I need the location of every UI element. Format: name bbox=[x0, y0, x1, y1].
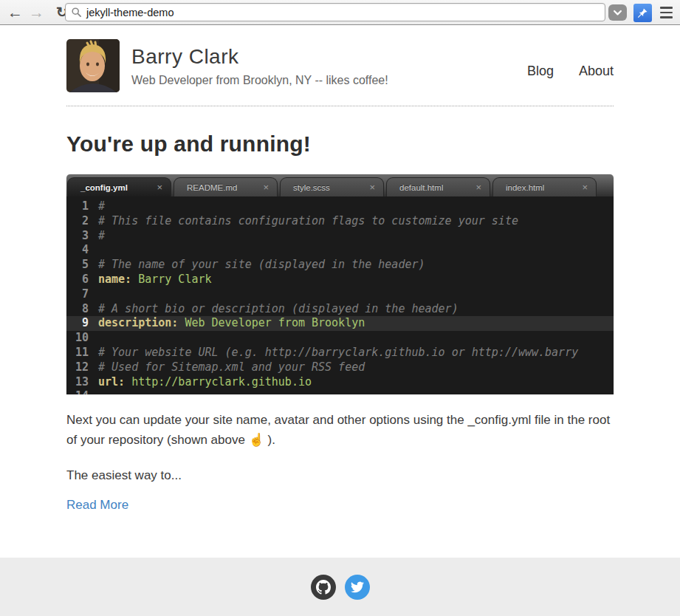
code-line: 2# This file contains configuration flag… bbox=[66, 214, 614, 229]
line-number: 9 bbox=[66, 316, 89, 331]
forward-button[interactable]: → bbox=[26, 4, 47, 20]
line-number: 13 bbox=[66, 375, 89, 390]
menu-icon[interactable] bbox=[659, 4, 674, 21]
code-line: 8# A short bio or description (displayed… bbox=[66, 302, 614, 317]
site-nav: BlogAbout bbox=[527, 64, 614, 79]
tab-close-icon[interactable]: × bbox=[582, 181, 588, 192]
url-text: jekyll-theme-demo bbox=[86, 7, 174, 18]
code-segment: # bbox=[98, 199, 105, 213]
editor-tab-index.html[interactable]: index.html× bbox=[492, 177, 597, 196]
editor-tab-default.html[interactable]: default.html× bbox=[386, 177, 490, 196]
paragraph-text: ). bbox=[264, 433, 275, 447]
nav-link-blog[interactable]: Blog bbox=[527, 64, 554, 79]
avatar-photo bbox=[66, 39, 120, 92]
line-number: 12 bbox=[66, 360, 89, 375]
code-line: 7 bbox=[66, 287, 614, 302]
read-more-link[interactable]: Read More bbox=[66, 498, 128, 513]
pocket-icon[interactable] bbox=[608, 4, 627, 21]
code-segment: Barry Clark bbox=[131, 273, 211, 286]
editor-tab-README.md[interactable]: README.md× bbox=[174, 177, 278, 196]
pushpin-icon bbox=[636, 7, 649, 19]
tab-label: style.scss bbox=[281, 183, 330, 192]
code-segment: # A short bio or description (displayed … bbox=[98, 302, 459, 315]
code-segment: # This file contains configuration flags… bbox=[98, 214, 518, 227]
site-header: Barry Clark Web Developer from Brooklyn,… bbox=[66, 25, 614, 106]
code-segment: description: bbox=[98, 316, 178, 329]
line-number: 11 bbox=[66, 346, 89, 360]
search-icon bbox=[72, 7, 81, 17]
code-segment: # bbox=[98, 229, 105, 242]
code-line: 13url: http://barryclark.github.io bbox=[66, 375, 614, 390]
tab-label: README.md bbox=[174, 183, 237, 192]
site-info: Barry Clark Web Developer from Brooklyn,… bbox=[131, 45, 527, 87]
url-bar[interactable]: jekyll-theme-demo bbox=[65, 3, 605, 21]
tab-close-icon[interactable]: × bbox=[475, 181, 481, 192]
chevron-down-icon bbox=[612, 7, 623, 18]
post-title: You're up and running! bbox=[66, 131, 614, 157]
code-line: 1# bbox=[66, 199, 614, 214]
line-number: 10 bbox=[66, 331, 89, 346]
code-line: 9description: Web Developer from Brookly… bbox=[66, 316, 614, 331]
code-line: 3# bbox=[66, 229, 614, 244]
editor-tab-style.scss[interactable]: style.scss× bbox=[280, 177, 384, 196]
post-paragraph-2: The easiest way to... bbox=[66, 465, 614, 485]
line-number: 7 bbox=[66, 287, 89, 302]
line-number: 8 bbox=[66, 302, 89, 317]
code-line: 4 bbox=[66, 243, 614, 258]
site-footer bbox=[0, 558, 680, 616]
code-editor-screenshot: _config.yml×README.md×style.scss×default… bbox=[66, 174, 614, 394]
twitter-icon[interactable] bbox=[345, 575, 370, 600]
paragraph-text: Next you can update your site name, avat… bbox=[66, 413, 610, 447]
code-segment: # The name of your site (displayed in th… bbox=[98, 258, 425, 271]
tab-label: index.html bbox=[493, 183, 544, 192]
code-line: 14 bbox=[66, 389, 614, 394]
code-segment: url: bbox=[98, 375, 125, 389]
tab-label: default.html bbox=[387, 183, 443, 192]
site-title[interactable]: Barry Clark bbox=[131, 45, 527, 69]
github-octocat-icon bbox=[316, 580, 331, 595]
code-line: 5# The name of your site (displayed in t… bbox=[66, 258, 614, 273]
github-icon[interactable] bbox=[311, 575, 336, 600]
code-area: 1#2# This file contains configuration fl… bbox=[66, 196, 614, 394]
nav-link-about[interactable]: About bbox=[579, 64, 614, 79]
line-number: 14 bbox=[66, 389, 89, 394]
line-number: 1 bbox=[66, 199, 89, 214]
point-up-emoji: ☝ bbox=[249, 433, 264, 447]
line-number: 3 bbox=[66, 229, 89, 244]
code-line: 10 bbox=[66, 331, 614, 346]
line-number: 4 bbox=[66, 243, 89, 258]
toolbar-extensions bbox=[608, 0, 674, 25]
post-paragraph-1: Next you can update your site name, avat… bbox=[66, 410, 614, 450]
editor-tab-bar: _config.yml×README.md×style.scss×default… bbox=[66, 174, 614, 196]
code-segment: # Your website URL (e.g. http://barrycla… bbox=[98, 346, 578, 359]
code-segment: Web Developer from Brooklyn bbox=[178, 316, 365, 329]
tab-close-icon[interactable]: × bbox=[263, 181, 269, 192]
line-number: 6 bbox=[66, 273, 89, 287]
avatar[interactable] bbox=[66, 39, 120, 92]
tab-label: _config.yml bbox=[68, 183, 128, 192]
line-number: 2 bbox=[66, 214, 89, 229]
code-line: 6name: Barry Clark bbox=[66, 273, 614, 287]
code-line: 11# Your website URL (e.g. http://barryc… bbox=[66, 346, 614, 360]
editor-tab-_config.yml[interactable]: _config.yml× bbox=[67, 177, 171, 196]
browser-toolbar: ← → ↻ jekyll-theme-demo bbox=[0, 0, 680, 25]
tab-close-icon[interactable]: × bbox=[369, 181, 375, 192]
code-segment: # Used for Sitemap.xml and your RSS feed bbox=[98, 360, 365, 374]
code-segment: name: bbox=[98, 273, 131, 286]
page-content: Barry Clark Web Developer from Brooklyn,… bbox=[66, 25, 614, 513]
line-number: 5 bbox=[66, 258, 89, 273]
code-segment: http://barryclark.github.io bbox=[125, 375, 312, 389]
code-line: 12# Used for Sitemap.xml and your RSS fe… bbox=[66, 360, 614, 375]
back-button[interactable]: ← bbox=[4, 4, 26, 20]
post: You're up and running! _config.yml×READM… bbox=[66, 131, 614, 513]
tab-close-icon[interactable]: × bbox=[157, 181, 162, 192]
site-description: Web Developer from Brooklyn, NY -- likes… bbox=[131, 74, 527, 87]
twitter-bird-icon bbox=[351, 581, 364, 594]
pin-extension-icon[interactable] bbox=[633, 4, 652, 22]
